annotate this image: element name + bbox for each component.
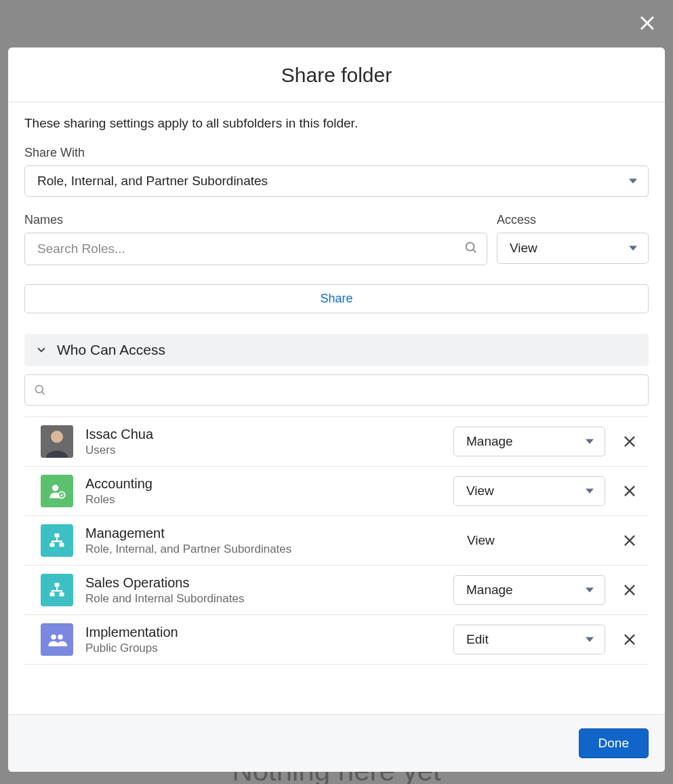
entry-text: Management Role, Internal, and Partner S… bbox=[85, 526, 441, 556]
row-access-select[interactable]: Manage bbox=[453, 427, 605, 456]
entry-text: Sales Operations Role and Internal Subor… bbox=[85, 575, 441, 606]
remove-entry-button[interactable] bbox=[617, 479, 642, 503]
access-row: Issac Chua Users Manage bbox=[24, 417, 649, 467]
role-icon bbox=[41, 475, 73, 507]
remove-entry-button[interactable] bbox=[617, 578, 642, 602]
svg-rect-15 bbox=[50, 543, 55, 547]
row-access-value: View bbox=[466, 484, 494, 498]
row-access: View bbox=[453, 476, 605, 506]
svg-rect-20 bbox=[50, 593, 55, 597]
entry-name: Management bbox=[85, 526, 441, 541]
close-modal-button[interactable] bbox=[635, 11, 659, 35]
entry-name: Accounting bbox=[85, 476, 441, 492]
done-button[interactable]: Done bbox=[579, 728, 649, 758]
search-icon bbox=[33, 383, 47, 397]
row-access: Edit bbox=[453, 625, 605, 654]
names-search-wrap bbox=[24, 233, 487, 265]
access-select[interactable]: View bbox=[497, 233, 649, 264]
svg-rect-21 bbox=[60, 593, 64, 597]
row-access-value: Edit bbox=[466, 632, 489, 647]
entry-text: Implementation Public Groups bbox=[85, 625, 441, 655]
remove-entry-button[interactable] bbox=[617, 429, 642, 454]
row-access-select[interactable]: View bbox=[453, 476, 605, 506]
entry-type: Users bbox=[85, 444, 441, 457]
modal-description: These sharing settings apply to all subf… bbox=[24, 116, 649, 131]
chevron-down-icon bbox=[629, 246, 637, 251]
access-filter-input[interactable] bbox=[54, 383, 640, 397]
row-access-select[interactable]: Edit bbox=[453, 625, 605, 654]
entry-type: Role and Internal Subordinates bbox=[85, 592, 441, 606]
access-label: Access bbox=[497, 213, 649, 227]
row-access: View bbox=[453, 533, 605, 548]
hierarchy-icon bbox=[41, 574, 73, 606]
chevron-down-icon bbox=[586, 489, 594, 494]
svg-line-5 bbox=[42, 392, 45, 395]
svg-point-24 bbox=[51, 635, 56, 640]
access-filter-wrap bbox=[24, 374, 649, 406]
svg-point-7 bbox=[51, 431, 63, 443]
who-can-access-toggle[interactable]: Who Can Access bbox=[24, 334, 649, 366]
user-avatar bbox=[41, 425, 73, 458]
access-value: View bbox=[510, 241, 537, 256]
svg-point-2 bbox=[466, 243, 474, 251]
modal-header: Share folder bbox=[8, 47, 665, 102]
entry-text: Accounting Roles bbox=[85, 476, 441, 507]
svg-line-3 bbox=[473, 250, 476, 252]
chevron-down-icon bbox=[586, 588, 594, 593]
chevron-down-icon bbox=[629, 179, 637, 184]
access-row: Sales Operations Role and Internal Subor… bbox=[24, 566, 649, 615]
row-access-select[interactable]: Manage bbox=[453, 575, 605, 605]
hierarchy-icon bbox=[41, 524, 73, 557]
svg-point-25 bbox=[58, 635, 63, 640]
remove-entry-button[interactable] bbox=[617, 528, 642, 553]
share-with-select[interactable]: Role, Internal, and Partner Subordinates bbox=[24, 165, 649, 197]
chevron-down-icon bbox=[586, 439, 594, 444]
entry-type: Role, Internal, and Partner Subordinates bbox=[85, 543, 441, 556]
svg-rect-19 bbox=[55, 583, 60, 587]
entry-text: Issac Chua Users bbox=[85, 427, 441, 457]
row-access: Manage bbox=[453, 575, 605, 605]
row-access-value: Manage bbox=[466, 434, 513, 449]
row-access-value: Manage bbox=[466, 583, 513, 597]
search-icon bbox=[464, 240, 478, 258]
remove-entry-button[interactable] bbox=[617, 627, 642, 652]
entry-type: Public Groups bbox=[85, 642, 441, 655]
chevron-down-icon bbox=[586, 638, 594, 642]
modal-title: Share folder bbox=[24, 64, 649, 87]
modal-footer: Done bbox=[8, 714, 665, 772]
access-list: Issac Chua Users Manage Accounting Roles… bbox=[24, 416, 649, 706]
close-icon bbox=[638, 14, 657, 33]
svg-point-10 bbox=[52, 485, 58, 491]
access-row: Management Role, Internal, and Partner S… bbox=[24, 516, 649, 566]
entry-type: Roles bbox=[85, 493, 441, 507]
names-search-input[interactable] bbox=[37, 241, 455, 256]
group-icon bbox=[41, 623, 73, 656]
entry-name: Sales Operations bbox=[85, 575, 441, 591]
share-folder-modal: Share folder These sharing settings appl… bbox=[8, 47, 665, 772]
svg-point-4 bbox=[35, 385, 43, 393]
svg-rect-14 bbox=[55, 534, 60, 538]
row-access-value: View bbox=[453, 533, 605, 548]
names-label: Names bbox=[24, 213, 487, 227]
modal-body: These sharing settings apply to all subf… bbox=[8, 102, 665, 714]
chevron-down-icon bbox=[35, 344, 47, 356]
entry-name: Implementation bbox=[85, 625, 441, 640]
svg-rect-16 bbox=[60, 543, 64, 547]
entry-name: Issac Chua bbox=[85, 427, 441, 442]
row-access: Manage bbox=[453, 427, 605, 456]
share-with-label: Share With bbox=[24, 146, 649, 160]
access-row: Accounting Roles View bbox=[24, 467, 649, 516]
access-row: Implementation Public Groups Edit bbox=[24, 615, 649, 665]
share-with-value: Role, Internal, and Partner Subordinates bbox=[37, 174, 268, 189]
share-button[interactable]: Share bbox=[24, 284, 649, 313]
who-can-access-title: Who Can Access bbox=[57, 342, 165, 358]
